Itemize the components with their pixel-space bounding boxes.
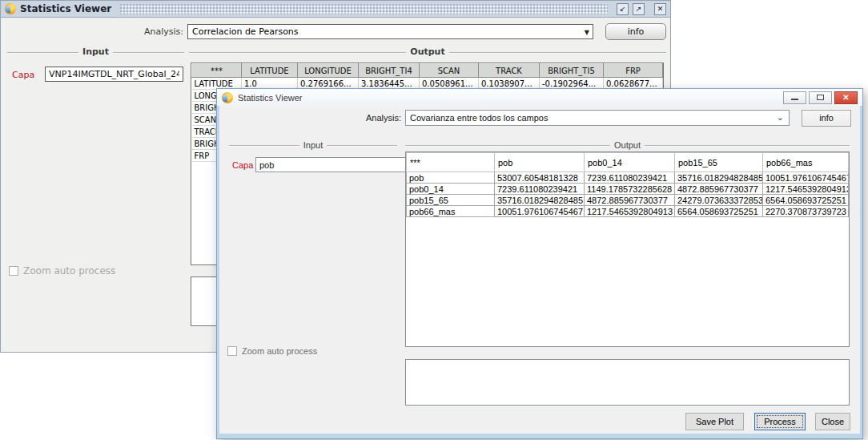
column-header[interactable]: pob15_65 (675, 153, 763, 172)
input-group: Input (229, 141, 397, 151)
zoom-auto-process-checkbox[interactable]: Zoom auto process (9, 265, 115, 277)
group-line (645, 145, 850, 147)
zoom-auto-process-checkbox[interactable]: Zoom auto process (227, 346, 317, 356)
analysis-dropdown-value: Covarianza entre todos los campos (410, 113, 548, 123)
close-icon[interactable]: ✕ (834, 91, 858, 104)
column-header[interactable]: FRP (604, 64, 663, 78)
statistics-viewer-icon (222, 92, 233, 103)
process-button[interactable]: Process (754, 413, 806, 430)
covariance-table[interactable]: ***pobpob0_14pob15_65pob66_mas pob53007.… (406, 152, 849, 217)
minimize-icon[interactable]: ↙ (617, 3, 629, 15)
checkbox-icon[interactable] (227, 346, 237, 356)
table-cell: 7239.611080239421 (495, 184, 585, 195)
chevron-down-icon: ▼ (585, 26, 589, 39)
input-group: Input (7, 47, 184, 58)
table-cell: pob (407, 172, 495, 184)
input-group-label: Input (303, 140, 323, 150)
group-line (327, 145, 397, 147)
column-header[interactable]: pob0_14 (585, 153, 675, 172)
table-cell: 4872.885967730377 (585, 195, 675, 206)
output-group-label: Output (410, 46, 444, 57)
group-line (7, 52, 78, 54)
table-cell: 1217.5465392804913 (763, 184, 849, 195)
table-cell: 2270.370873739723 (763, 206, 849, 217)
result-textarea[interactable] (405, 359, 850, 406)
column-header[interactable]: BRIGHT_TI5 (540, 64, 604, 78)
column-header[interactable]: pob66_mas (763, 153, 849, 172)
table-row[interactable]: pob0_147239.6110802394211149.17857322856… (407, 184, 849, 195)
table-header-row: ***LATITUDELONGITUDEBRIGHT_TI4SCANTRACKB… (192, 64, 663, 78)
zoom-auto-process-label: Zoom auto process (242, 346, 317, 356)
close-button[interactable]: Close (815, 413, 850, 430)
table-cell: 10051.976106745467 (495, 206, 585, 217)
table-cell: 35716.018294828485 (495, 195, 585, 206)
titlebar-back[interactable]: Statistics Viewer ↙ ↗ ✕ (1, 1, 670, 18)
table-row[interactable]: pob53007.605481813287239.611080239421357… (407, 172, 849, 184)
minimize-icon[interactable] (783, 91, 806, 104)
group-line (113, 52, 184, 54)
statistics-viewer-icon (5, 3, 16, 14)
table-cell: 1149.1785732285628 (585, 184, 675, 195)
window-controls: ✕ (783, 91, 858, 104)
column-header[interactable]: pob (495, 153, 585, 172)
output-group: Output (189, 47, 666, 58)
capa-label: Capa (12, 70, 34, 80)
close-icon[interactable]: ✕ (654, 3, 666, 15)
table-cell: 6564.058693725251 (763, 195, 849, 206)
column-header[interactable]: SCAN (420, 64, 479, 78)
titlebar-texture (120, 4, 608, 14)
column-header[interactable]: *** (407, 153, 495, 172)
group-line (189, 52, 406, 54)
capa-label: Capa (232, 160, 253, 170)
analysis-label: Analysis: (345, 113, 401, 123)
info-button[interactable]: info (802, 110, 851, 127)
input-group-label: Input (82, 46, 109, 57)
maximize-icon[interactable] (809, 91, 832, 104)
capa-input[interactable] (45, 67, 183, 82)
table-cell: pob66_mas (407, 206, 495, 217)
output-group: Output (405, 141, 850, 151)
table-cell: 53007.60548181328 (495, 172, 585, 184)
table-row[interactable]: pob15_6535716.0182948284854872.885967730… (407, 195, 849, 206)
client-area: Analysis: Covarianza entre todos los cam… (219, 106, 860, 434)
window-title: Statistics Viewer (20, 3, 111, 14)
window-title: Statistics Viewer (238, 93, 303, 103)
column-header[interactable]: LONGITUDE (298, 64, 359, 78)
table-cell: 6564.058693725251 (675, 206, 763, 217)
checkbox-icon[interactable] (9, 266, 18, 276)
column-header[interactable]: LATITUDE (242, 64, 298, 78)
group-line (405, 145, 610, 147)
table-cell: 35716.018294828485 (675, 172, 763, 184)
table-cell: 10051.976106745467 (763, 172, 849, 184)
group-line (229, 145, 299, 147)
analysis-dropdown-value: Correlacion de Pearsons (192, 26, 299, 37)
column-header[interactable]: BRIGHT_TI4 (359, 64, 420, 78)
table-cell: 4872.885967730377 (675, 184, 763, 195)
chevron-down-icon: ⌄ (777, 110, 784, 124)
zoom-auto-process-label: Zoom auto process (23, 265, 115, 277)
titlebar-front[interactable]: Statistics Viewer ✕ (217, 89, 862, 106)
output-table-panel: ***pobpob0_14pob15_65pob66_mas pob53007.… (405, 151, 850, 347)
analysis-dropdown[interactable]: Covarianza entre todos los campos ⌄ (405, 110, 790, 126)
column-header[interactable]: TRACK (479, 64, 540, 78)
table-cell: 7239.611080239421 (585, 172, 675, 184)
info-button[interactable]: info (605, 23, 666, 40)
statistics-viewer-window-front: Statistics Viewer ✕ Analysis: Covarianza… (216, 88, 863, 439)
output-group-label: Output (614, 140, 641, 150)
analysis-label: Analysis: (121, 26, 183, 37)
table-cell: pob15_65 (407, 195, 495, 206)
maximize-icon[interactable]: ↗ (633, 3, 645, 15)
table-cell: 1217.5465392804913 (585, 206, 675, 217)
table-cell: pob0_14 (407, 184, 495, 195)
table-header-row: ***pobpob0_14pob15_65pob66_mas (407, 153, 849, 172)
group-line (449, 52, 666, 54)
analysis-dropdown[interactable]: Correlacion de Pearsons ▼ (187, 24, 593, 39)
save-plot-button[interactable]: Save Plot (685, 413, 744, 430)
column-header[interactable]: *** (192, 64, 242, 78)
table-row[interactable]: pob66_mas10051.9761067454671217.54653928… (407, 206, 849, 217)
table-cell: 24279.073633372853 (675, 195, 763, 206)
